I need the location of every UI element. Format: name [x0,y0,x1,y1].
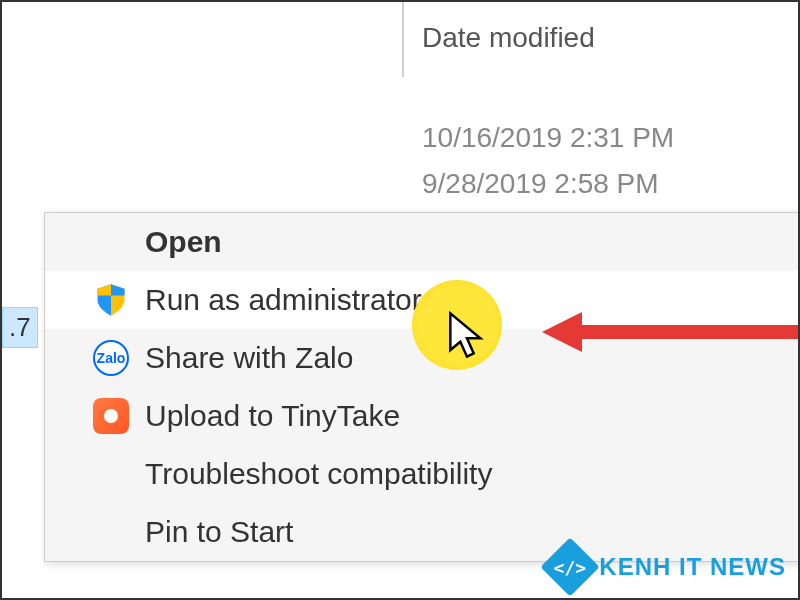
date-value: 9/28/2019 2:58 PM [422,163,674,205]
watermark-logo-icon: </> [541,537,600,596]
shield-icon [93,282,129,318]
watermark-text: KENH IT NEWS [599,553,786,581]
column-header-date-modified[interactable]: Date modified [422,22,595,54]
svg-marker-1 [542,312,582,352]
date-values-list: 10/16/2019 2:31 PM 9/28/2019 2:58 PM [422,117,674,209]
menu-item-troubleshoot-compatibility[interactable]: Troubleshoot compatibility [45,445,800,503]
menu-item-label: Open [145,225,222,259]
date-value: 10/16/2019 2:31 PM [422,117,674,159]
menu-item-label: Run as administrator [145,283,422,317]
menu-item-label: Upload to TinyTake [145,399,400,433]
cursor-icon [447,310,487,364]
menu-item-label: Share with Zalo [145,341,353,375]
menu-item-upload-tinytake[interactable]: Upload to TinyTake [45,387,800,445]
menu-item-label: Troubleshoot compatibility [145,457,492,491]
selected-file-fragment[interactable]: .7 [2,307,38,348]
context-menu: Open Run as administrator Zalo Share wit… [44,212,800,562]
red-arrow-annotation [542,307,800,361]
tinytake-icon [93,398,129,434]
menu-item-label: Pin to Start [145,515,293,549]
column-divider [402,2,404,77]
zalo-icon: Zalo [93,340,129,376]
menu-item-open[interactable]: Open [45,213,800,271]
watermark: </> KENH IT NEWS [549,546,786,588]
